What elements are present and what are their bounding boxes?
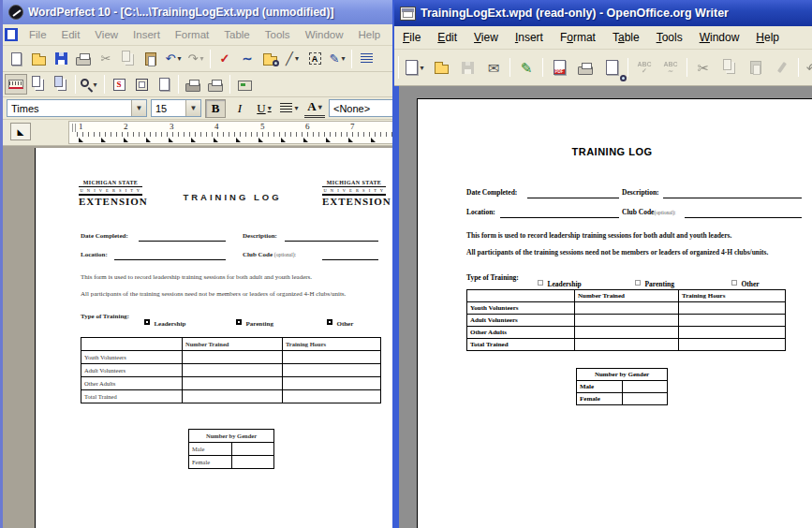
tab-set-button[interactable]: ◣ — [10, 123, 31, 140]
msu-extension-logo-right: MICHIGAN STATE U N I V E R S I T Y EXTEN… — [322, 180, 386, 207]
menu-format[interactable]: Format — [168, 27, 216, 42]
menu-table[interactable]: Table — [216, 27, 258, 42]
highlight-button[interactable]: ✎ — [326, 49, 348, 69]
menu-view[interactable]: View — [465, 28, 507, 47]
print-document-button[interactable] — [204, 74, 227, 95]
wordperfect-menubar: File Edit View Insert Format Table Tools… — [3, 24, 406, 46]
print-button[interactable] — [572, 54, 598, 81]
italic-button[interactable]: I — [229, 99, 250, 118]
undo-button[interactable]: ↶ — [162, 49, 185, 69]
page-preview-button[interactable] — [598, 54, 625, 81]
underline-button[interactable]: U — [254, 99, 274, 118]
highlighter-icon: ✎ — [330, 52, 340, 65]
auto-spellcheck-icon: ABC∼ — [663, 61, 677, 74]
gender-table: Number by Gender Male Female — [576, 368, 668, 405]
open-button[interactable] — [428, 54, 454, 81]
text-box-button[interactable]: A — [303, 49, 326, 69]
checkbox-other[interactable]: Other — [327, 313, 353, 330]
ruler-toggle-button[interactable] — [5, 74, 27, 95]
wordperfect-titlebar[interactable]: WordPerfect 10 - [C:\...\TrainingLogExt.… — [3, 0, 406, 24]
spellcheck-button[interactable]: ABC✓ — [631, 54, 657, 81]
table-cell-empty — [622, 381, 668, 393]
chevron-down-icon[interactable]: ▼ — [185, 100, 200, 116]
checkbox-leadership[interactable]: Leadership — [538, 273, 582, 290]
checkbox-parenting[interactable]: Parenting — [635, 273, 674, 290]
two-pages-icon — [54, 76, 63, 87]
menu-format[interactable]: Format — [552, 28, 604, 47]
proofread-button[interactable]: ✓ — [214, 49, 236, 69]
menu-edit[interactable]: Edit — [54, 27, 88, 42]
spell-book-button[interactable]: S — [108, 74, 130, 95]
menu-view[interactable]: View — [87, 27, 125, 42]
draw-line-button[interactable]: ╱ — [281, 49, 303, 69]
export-pdf-button[interactable]: PDF — [546, 54, 572, 81]
toolbar-drag-handle[interactable] — [398, 56, 399, 79]
spell-book-icon: S — [113, 79, 125, 91]
checkbox-icon — [236, 319, 242, 325]
numbering-button[interactable] — [355, 49, 377, 69]
cut-button[interactable]: ✂ — [95, 49, 117, 69]
menu-insert[interactable]: Insert — [125, 27, 168, 42]
auto-spellcheck-button[interactable]: ABC∼ — [657, 54, 684, 81]
checkbox-parenting[interactable]: Parenting — [236, 313, 273, 330]
wordperfect-icon[interactable] — [8, 5, 23, 20]
redo-button[interactable]: ↷ — [185, 49, 207, 69]
undo-button[interactable]: ↶ — [802, 54, 812, 81]
document-icon[interactable] — [5, 28, 18, 41]
quickfinder-button[interactable] — [258, 49, 281, 69]
new-button[interactable] — [402, 54, 428, 81]
ruler[interactable]: 1 2 3 4 5 6 7 — [68, 121, 403, 144]
email-document-button[interactable]: ✉ — [480, 54, 507, 81]
font-color-button[interactable]: A — [304, 99, 325, 118]
menu-help[interactable]: Help — [747, 28, 788, 47]
menu-file[interactable]: File — [22, 27, 54, 42]
checkbox-other[interactable]: Other — [731, 273, 760, 290]
format-paintbrush-button[interactable] — [769, 54, 795, 81]
font-name-combo[interactable]: Times ▼ — [7, 99, 147, 117]
redo-icon: ↷ — [188, 52, 199, 65]
two-page-view-button[interactable] — [50, 74, 72, 95]
openoffice-titlebar[interactable]: TrainingLogExt.wpd (read-only) - OpenOff… — [394, 0, 812, 26]
copy-button[interactable] — [117, 49, 140, 69]
new-document-button[interactable] — [5, 49, 27, 69]
fax-button[interactable] — [233, 74, 256, 95]
page-view-button[interactable] — [27, 74, 50, 95]
edit-file-button[interactable]: ✎ — [513, 54, 539, 81]
menu-help[interactable]: Help — [351, 27, 389, 42]
menu-edit[interactable]: Edit — [429, 28, 465, 47]
print-button[interactable] — [72, 49, 95, 69]
full-page-button[interactable] — [130, 74, 153, 95]
print-current-button[interactable] — [182, 74, 204, 95]
menu-file[interactable]: File — [394, 28, 429, 47]
paste-button[interactable] — [140, 49, 162, 69]
menu-table[interactable]: Table — [604, 28, 648, 47]
copy-button[interactable] — [716, 54, 743, 81]
new-view-button[interactable] — [153, 74, 175, 95]
openoffice-writer-icon[interactable] — [400, 7, 416, 21]
new-page-icon — [11, 52, 22, 66]
save-button[interactable] — [454, 54, 480, 81]
checkbox-leadership[interactable]: Leadership — [144, 313, 185, 330]
style-combo[interactable]: <None> — [329, 99, 398, 117]
menu-tools[interactable]: Tools — [258, 27, 298, 42]
menu-tools[interactable]: Tools — [648, 28, 691, 47]
wordperfect-document-area: MICHIGAN STATE U N I V E R S I T Y EXTEN… — [3, 146, 406, 528]
zoom-button[interactable] — [79, 74, 101, 95]
document-title: TRAINING LOG — [474, 146, 750, 157]
checkbox-icon — [327, 319, 332, 325]
open-button[interactable] — [27, 49, 50, 69]
justification-button[interactable] — [278, 98, 301, 119]
cut-button[interactable]: ✂ — [690, 54, 716, 81]
save-button[interactable] — [50, 49, 72, 69]
chevron-down-icon[interactable]: ▼ — [131, 100, 146, 116]
menu-window[interactable]: Window — [691, 28, 748, 47]
bold-button[interactable]: B — [205, 99, 226, 118]
scribble-button[interactable]: ∼ — [236, 49, 258, 69]
margin-marker-icon[interactable] — [72, 124, 76, 132]
training-table: Number Trained Training Hours Youth Volu… — [81, 337, 381, 403]
font-size-combo[interactable]: 15 ▼ — [151, 99, 201, 117]
menu-window[interactable]: Window — [298, 27, 351, 42]
paste-button[interactable] — [743, 54, 769, 81]
menu-insert[interactable]: Insert — [507, 28, 552, 47]
table-cell-empty — [231, 443, 274, 456]
